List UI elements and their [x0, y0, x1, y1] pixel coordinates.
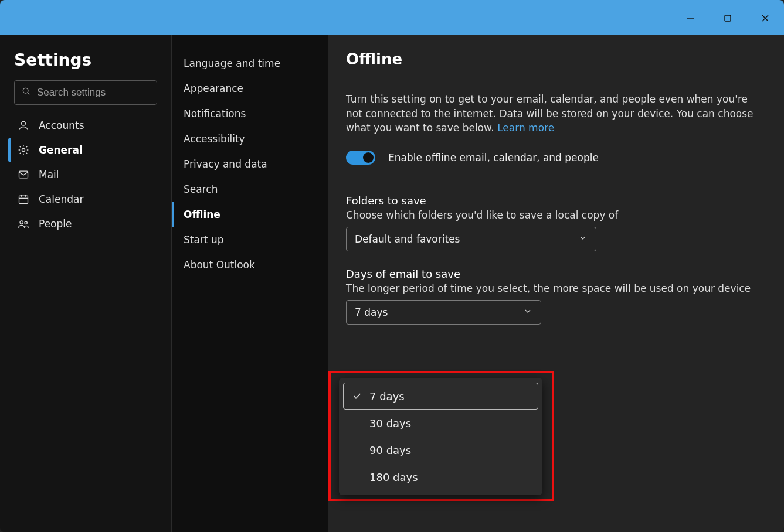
sidebar-item-calendar[interactable]: Calendar	[8, 187, 163, 212]
days-option-90[interactable]: 90 days	[343, 436, 538, 463]
settings-sidebar-secondary: Language and time Appearance Notificatio…	[171, 35, 328, 532]
subnav-label: Appearance	[184, 83, 243, 94]
folders-select[interactable]: Default and favorites	[346, 227, 596, 251]
learn-more-link[interactable]: Learn more	[497, 122, 554, 134]
days-select[interactable]: 7 days	[346, 300, 541, 325]
page-title: Offline	[346, 50, 766, 68]
minimize-button[interactable]	[671, 9, 709, 27]
window-body: Settings Accounts General	[0, 35, 784, 532]
settings-sidebar-primary: Settings Accounts General	[0, 35, 171, 532]
subnav-item-offline[interactable]: Offline	[172, 202, 328, 227]
calendar-icon	[18, 193, 29, 205]
days-option-7[interactable]: 7 days	[343, 383, 538, 410]
days-option-30[interactable]: 30 days	[343, 410, 538, 436]
svg-point-14	[25, 221, 27, 224]
subnav-label: Offline	[184, 209, 220, 220]
enable-offline-label: Enable offline email, calendar, and peop…	[388, 152, 599, 163]
chevron-down-icon	[578, 233, 588, 245]
subnav-label: Search	[184, 183, 218, 195]
svg-point-13	[20, 221, 23, 224]
subnav-item-accessibility[interactable]: Accessibility	[172, 126, 328, 151]
divider	[346, 79, 766, 79]
search-icon	[22, 87, 31, 98]
search-input[interactable]	[37, 87, 161, 98]
close-button[interactable]	[746, 9, 784, 27]
folders-label: Folders to save	[346, 195, 766, 207]
person-icon	[18, 120, 29, 131]
days-to-save-section: Days of email to save The longer period …	[346, 268, 766, 325]
days-dropdown: 7 days 30 days 90 days 180 days	[339, 378, 542, 495]
sidebar-item-label: Accounts	[39, 120, 84, 131]
subnav-item-search[interactable]: Search	[172, 176, 328, 202]
svg-rect-8	[19, 171, 28, 178]
svg-point-6	[22, 121, 26, 125]
subnav-item-privacy-and-data[interactable]: Privacy and data	[172, 151, 328, 176]
people-icon	[18, 218, 29, 230]
svg-rect-1	[725, 15, 731, 21]
folders-select-value: Default and favorites	[355, 233, 460, 245]
sidebar-item-mail[interactable]: Mail	[8, 162, 163, 187]
highlight-box: 7 days 30 days 90 days 180 days	[328, 371, 554, 501]
settings-title: Settings	[8, 50, 163, 80]
subnav-item-about-outlook[interactable]: About Outlook	[172, 252, 328, 277]
svg-line-5	[28, 93, 29, 94]
sidebar-item-accounts[interactable]: Accounts	[8, 113, 163, 138]
offline-description: Turn this setting on to get to your emai…	[346, 92, 756, 135]
chevron-down-icon	[523, 306, 532, 318]
sidebar-item-label: General	[39, 144, 83, 156]
settings-window: Settings Accounts General	[0, 0, 784, 532]
svg-rect-9	[19, 196, 28, 203]
search-settings-field[interactable]	[14, 80, 157, 105]
enable-offline-toggle[interactable]	[346, 151, 375, 165]
days-label: Days of email to save	[346, 268, 766, 280]
subnav-label: Accessibility	[184, 133, 245, 145]
toggle-knob	[363, 152, 374, 163]
folders-hint: Choose which folders you'd like to save …	[346, 209, 766, 221]
subnav-label: Privacy and data	[184, 158, 267, 170]
days-option-180[interactable]: 180 days	[343, 463, 538, 490]
days-select-value: 7 days	[355, 306, 388, 318]
subnav-item-language-and-time[interactable]: Language and time	[172, 50, 328, 76]
enable-offline-row: Enable offline email, calendar, and peop…	[346, 151, 766, 165]
svg-point-7	[22, 149, 25, 152]
folders-to-save-section: Folders to save Choose which folders you…	[346, 195, 766, 251]
option-label: 180 days	[369, 471, 418, 483]
subnav-label: Start up	[184, 234, 224, 245]
subnav-label: Notifications	[184, 108, 246, 120]
titlebar	[0, 0, 784, 35]
subnav-label: About Outlook	[184, 259, 255, 271]
option-label: 30 days	[369, 417, 411, 429]
gear-icon	[18, 144, 29, 156]
svg-point-4	[23, 88, 28, 93]
settings-content: Offline Turn this setting on to get to y…	[328, 35, 784, 532]
mail-icon	[18, 169, 29, 180]
subnav-item-start-up[interactable]: Start up	[172, 227, 328, 252]
subnav-item-notifications[interactable]: Notifications	[172, 101, 328, 126]
maximize-button[interactable]	[709, 9, 746, 27]
check-icon	[352, 391, 362, 401]
sidebar-item-label: Calendar	[39, 193, 83, 205]
sidebar-item-people[interactable]: People	[8, 212, 163, 236]
sidebar-item-label: People	[39, 218, 72, 230]
sidebar-item-label: Mail	[39, 169, 59, 180]
days-hint: The longer period of time you select, th…	[346, 282, 766, 294]
option-label: 90 days	[369, 444, 411, 456]
option-label: 7 days	[369, 390, 405, 403]
subnav-label: Language and time	[184, 57, 280, 69]
sidebar-item-general[interactable]: General	[8, 138, 163, 162]
subnav-item-appearance[interactable]: Appearance	[172, 76, 328, 101]
divider	[346, 179, 756, 179]
